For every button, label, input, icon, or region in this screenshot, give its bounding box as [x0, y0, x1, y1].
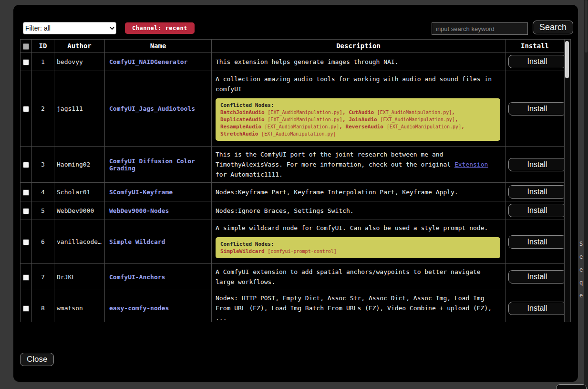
install-button[interactable]: Install — [508, 55, 566, 68]
row-description-cell: Nodes: HTTP POST, Empty Dict, Assoc Str,… — [212, 290, 505, 323]
row-author: WebDev9000 — [54, 201, 105, 220]
row-install-cell: Install — [505, 290, 565, 323]
select-all-checkbox[interactable] — [23, 43, 29, 50]
table-row: 3 Haoming02 ComfyUI Diffusion Color Grad… — [21, 147, 565, 183]
row-description-cell: Nodes:Keyframe Part, Keyframe Interpolat… — [212, 183, 505, 201]
table-row: 2 jags111 ComfyUI_Jags_Audiotools A coll… — [21, 71, 565, 147]
row-select-cell — [21, 147, 32, 183]
description-link[interactable]: Extension — [454, 161, 488, 168]
search-input[interactable] — [432, 22, 528, 35]
filter-select[interactable]: Filter: all — [23, 22, 116, 34]
table-body: 1 bedovyy ComfyUI_NAIDGenerator This ext… — [21, 53, 565, 323]
row-description-text: A collection amazing audio tools for wor… — [216, 74, 501, 94]
row-name-cell: ComfyUI Diffusion Color Grading — [105, 147, 212, 183]
conflict-box: Conflicted Nodes: SimpleWildcard [comfyu… — [216, 237, 500, 258]
row-description-text: This is the ComfyUI port of the joint re… — [216, 149, 501, 179]
row-id: 4 — [32, 183, 54, 201]
table-scrollbar[interactable] — [564, 39, 571, 322]
row-name-link[interactable]: ComfyUI_Jags_Audiotools — [109, 105, 195, 112]
row-id: 8 — [32, 290, 54, 323]
page-scrollbar-thumb[interactable] — [585, 0, 588, 53]
row-install-cell: Install — [505, 71, 565, 147]
row-name-cell: SComfyUI-Keyframe — [105, 183, 212, 201]
conflict-title: Conflicted Nodes: — [220, 241, 495, 248]
occluded-background-text: Seeqe — [579, 238, 583, 302]
row-install-cell: Install — [505, 147, 565, 183]
row-description-cell: Nodes:Ignore Braces, Settings Switch. — [212, 201, 505, 220]
row-checkbox[interactable] — [23, 59, 29, 65]
row-select-cell — [21, 53, 32, 71]
install-button[interactable]: Install — [508, 302, 566, 315]
row-id: 3 — [32, 147, 54, 183]
page-scrollbar[interactable] — [584, 0, 588, 389]
row-select-cell — [21, 183, 32, 201]
close-button[interactable]: Close — [20, 353, 54, 366]
custom-nodes-dialog: Filter: all Channel: recent Search ID Au… — [13, 5, 578, 382]
row-checkbox[interactable] — [23, 305, 29, 312]
install-button[interactable]: Install — [508, 235, 566, 249]
row-checkbox[interactable] — [23, 274, 29, 281]
row-checkbox[interactable] — [23, 189, 29, 196]
row-name-cell: ComfyUI_Jags_Audiotools — [105, 71, 212, 147]
row-select-cell — [21, 220, 32, 264]
row-name-link[interactable]: easy-comfy-nodes — [109, 305, 169, 312]
install-button[interactable]: Install — [508, 158, 566, 171]
table-row: 1 bedovyy ComfyUI_NAIDGenerator This ext… — [21, 53, 565, 71]
row-description-text: Nodes:Ignore Braces, Settings Switch. — [216, 206, 501, 216]
install-button[interactable]: Install — [508, 204, 566, 217]
row-name-cell: ComfyUI_NAIDGenerator — [105, 53, 212, 71]
row-install-cell: Install — [505, 201, 565, 220]
table-scrollbar-thumb[interactable] — [565, 41, 569, 78]
row-description-text: Nodes:Keyframe Part, Keyframe Interpolat… — [216, 187, 501, 197]
row-id: 5 — [32, 201, 54, 220]
page: Filter: all Channel: recent Search ID Au… — [0, 0, 588, 389]
conflict-box: Conflicted Nodes: BatchJoinAudio [EXT_Au… — [216, 98, 500, 141]
channel-badge: Channel: recent — [125, 22, 195, 34]
nodes-table: ID Author Name Description Install 1 bed… — [20, 39, 571, 322]
row-description-text: A simple wildcard node for ComfyUI. Can … — [216, 223, 501, 233]
col-header-name: Name — [105, 40, 212, 53]
row-description-text: Nodes: HTTP POST, Empty Dict, Assoc Str,… — [216, 293, 501, 322]
row-description-cell: This extension helps generate images thr… — [212, 53, 505, 71]
row-install-cell: Install — [505, 264, 565, 290]
row-install-cell: Install — [505, 183, 565, 201]
row-name-link[interactable]: ComfyUI_NAIDGenerator — [109, 58, 187, 65]
row-name-link[interactable]: ComfyUI Diffusion Color Grading — [109, 158, 195, 172]
row-name-cell: easy-comfy-nodes — [105, 290, 212, 323]
row-name-link[interactable]: ComfyUI-Anchors — [109, 273, 165, 281]
row-name-cell: ComfyUI-Anchors — [105, 264, 212, 290]
row-checkbox[interactable] — [23, 106, 29, 112]
row-author: DrJKL — [54, 264, 105, 290]
install-button[interactable]: Install — [508, 185, 566, 199]
col-header-install: Install — [505, 40, 565, 53]
row-name-link[interactable]: Simple Wildcard — [109, 238, 165, 245]
table-header-row: ID Author Name Description Install — [21, 40, 565, 53]
row-name-link[interactable]: WebDev9000-Nodes — [109, 207, 169, 214]
row-select-cell — [21, 264, 32, 290]
table-row: 7 DrJKL ComfyUI-Anchors A ComfyUI extens… — [21, 264, 565, 290]
install-button[interactable]: Install — [508, 102, 566, 116]
row-author: bedovyy — [54, 53, 105, 71]
row-author: vanillacode… — [54, 220, 105, 264]
row-name-cell: WebDev9000-Nodes — [105, 201, 212, 220]
row-name-link[interactable]: SComfyUI-Keyframe — [109, 189, 173, 196]
row-description-cell: A ComfyUI extension to add spatial ancho… — [212, 264, 505, 290]
row-checkbox[interactable] — [23, 162, 29, 168]
row-description-cell: This is the ComfyUI port of the joint re… — [212, 147, 505, 183]
row-id: 7 — [32, 264, 54, 290]
row-select-cell — [21, 201, 32, 220]
row-select-cell — [21, 71, 32, 147]
install-button[interactable]: Install — [508, 270, 566, 284]
row-author: Scholar01 — [54, 183, 105, 201]
row-id: 2 — [32, 71, 54, 147]
row-checkbox[interactable] — [23, 239, 29, 245]
row-description-text: A ComfyUI extension to add spatial ancho… — [216, 267, 501, 287]
row-description-cell: A simple wildcard node for ComfyUI. Can … — [212, 220, 505, 264]
custom-nodes-list: ID Author Name Description Install 1 bed… — [20, 39, 565, 322]
row-name-cell: Simple Wildcard — [105, 220, 212, 264]
col-header-author: Author — [54, 40, 105, 53]
row-checkbox[interactable] — [23, 208, 29, 214]
row-id: 6 — [32, 220, 54, 264]
search-button[interactable]: Search — [533, 21, 573, 34]
row-author: wmatson — [54, 290, 105, 323]
